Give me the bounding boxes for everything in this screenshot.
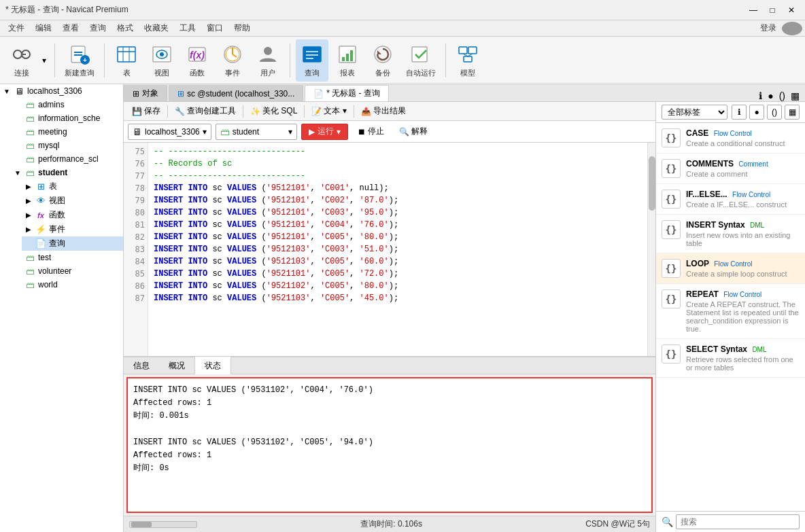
world-icon: 🗃 xyxy=(24,279,35,290)
tree-item-mysql[interactable]: 🗃 mysql xyxy=(11,139,123,152)
tree-item-world[interactable]: 🗃 world xyxy=(11,278,123,291)
tree-item-admins[interactable]: 🗃 admins xyxy=(11,98,123,111)
menu-window[interactable]: 窗口 xyxy=(201,20,228,37)
tree-item-meeting[interactable]: 🗃 meeting xyxy=(11,125,123,139)
menu-format[interactable]: 格式 xyxy=(112,20,139,37)
report-button[interactable]: 报表 xyxy=(331,39,364,82)
table-button[interactable]: 表 xyxy=(110,39,143,82)
run-dropdown-icon: ▾ xyxy=(337,127,341,137)
database-selector[interactable]: 🗃 student ▾ xyxy=(216,124,297,140)
backup-button[interactable]: 备份 xyxy=(366,39,399,82)
query-toolbar: 💾 保存 🔧 查询创建工具 ✨ 美化 SQL 📝 xyxy=(124,102,655,121)
snippet-item-select[interactable]: {} SELECT Syntax DML Retrieve rows selec… xyxy=(656,339,805,378)
tree-item-funcs[interactable]: ▶ fx 函数 xyxy=(22,208,123,222)
tab-untitled-query[interactable]: 📄 * 无标题 - 查询 xyxy=(305,85,389,101)
menu-help[interactable]: 帮助 xyxy=(228,20,256,37)
tab-sc-query[interactable]: ⊞ sc @student (localhost_330... xyxy=(169,85,303,101)
login-button[interactable]: 登录 xyxy=(760,22,776,34)
code-editor[interactable]: 75 76 77 78 79 80 81 82 83 84 85 86 87 xyxy=(124,143,655,357)
close-button[interactable]: ✕ xyxy=(783,4,800,16)
tree-item-events[interactable]: ▶ ⚡ 事件 xyxy=(22,222,123,236)
qtb-sep-1 xyxy=(167,105,168,118)
snippet-item-insert[interactable]: {} INSERT Syntax DML Insert new rows int… xyxy=(656,215,805,253)
snippet-brackets-button[interactable]: () xyxy=(767,105,782,120)
query-button[interactable]: 查询 xyxy=(296,39,328,82)
snippet-repeat-title: REPEAT Flow Control xyxy=(686,289,800,299)
autorun-button[interactable]: 自动运行 xyxy=(402,39,440,82)
tab-overview[interactable]: 概况 xyxy=(159,357,194,374)
grid-icon[interactable]: ▦ xyxy=(791,90,800,101)
event-label: 事件 xyxy=(225,68,240,78)
snippet-item-case[interactable]: {} CASE Flow Control Create a conditiona… xyxy=(656,123,805,154)
snippet-item-comments[interactable]: {} COMMENTS Comment Create a comment xyxy=(656,154,805,184)
user-button[interactable]: 用户 xyxy=(252,39,284,82)
svg-rect-29 xyxy=(350,50,353,61)
tree-item-views[interactable]: ▶ 👁 视图 xyxy=(22,194,123,208)
query-builder-label: 查询创建工具 xyxy=(187,105,236,117)
snippet-comments-icon: {} xyxy=(662,159,681,178)
tree-item-performance[interactable]: 🗃 performance_scl xyxy=(11,152,123,166)
tab-bar: ⊞ 对象 ⊞ sc @student (localhost_330... 📄 *… xyxy=(124,84,805,102)
stop-button[interactable]: ⏹ 停止 xyxy=(352,124,390,140)
tree-item-information[interactable]: 🗃 information_sche xyxy=(11,111,123,125)
model-button[interactable]: 模型 xyxy=(451,39,484,82)
menu-tools[interactable]: 工具 xyxy=(174,20,201,37)
menu-favorites[interactable]: 收藏夹 xyxy=(139,20,174,37)
tree-item-student[interactable]: ▼ 🗃 student xyxy=(11,166,123,179)
beautify-button[interactable]: ✨ 美化 SQL xyxy=(246,104,301,118)
run-button[interactable]: ▶ 运行 ▾ xyxy=(301,124,348,140)
menu-view[interactable]: 查看 xyxy=(57,20,84,37)
info-icon[interactable]: ℹ xyxy=(759,90,762,101)
tree-item-volunteer[interactable]: 🗃 volunteer xyxy=(11,264,123,278)
snippet-info-button[interactable]: ℹ xyxy=(732,105,747,120)
world-label: world xyxy=(38,280,58,289)
tab-object[interactable]: ⊞ 对象 xyxy=(124,85,167,101)
code-content[interactable]: -- ---------------------------- -- Recor… xyxy=(148,143,647,356)
connect-dropdown[interactable]: ▾ xyxy=(39,39,49,82)
new-query-label: 新建查询 xyxy=(65,68,95,78)
export-button[interactable]: 📤 导出结果 xyxy=(357,104,410,118)
tab-untitled-label: * 无标题 - 查询 xyxy=(326,88,380,99)
snippet-search-input[interactable] xyxy=(676,514,800,529)
text-label: 文本 ▾ xyxy=(324,105,346,117)
query-builder-button[interactable]: 🔧 查询创建工具 xyxy=(171,104,240,118)
snippet-filter[interactable]: 全部标签 xyxy=(662,105,727,120)
information-label: information_sche xyxy=(38,113,100,123)
snippet-circle-button[interactable]: ● xyxy=(749,105,764,120)
tree-item-tables[interactable]: ▶ ⊞ 表 xyxy=(22,179,123,194)
snippet-grid-button[interactable]: ▦ xyxy=(785,105,800,120)
explain-button[interactable]: 🔍 解释 xyxy=(394,124,433,140)
view-button[interactable]: 视图 xyxy=(145,39,178,82)
brackets-icon[interactable]: () xyxy=(779,90,785,101)
menu-bar: 文件 编辑 查看 查询 格式 收藏夹 工具 窗口 帮助 登录 xyxy=(0,20,805,37)
text-button[interactable]: 📝 文本 ▾ xyxy=(307,104,350,118)
tab-status[interactable]: 状态 xyxy=(194,357,231,374)
minimize-button[interactable]: — xyxy=(745,4,761,16)
explain-label: 解释 xyxy=(411,126,428,137)
tab-info[interactable]: 信息 xyxy=(124,357,159,374)
svg-rect-28 xyxy=(346,54,349,61)
snippet-item-ifelse[interactable]: {} IF...ELSE... Flow Control Create a IF… xyxy=(656,184,805,215)
maximize-button[interactable]: □ xyxy=(764,4,781,16)
tree-item-queries[interactable]: 📄 查询 xyxy=(22,236,123,251)
title-bar: * 无标题 - 查询 - Navicat Premium — □ ✕ xyxy=(0,0,805,20)
circle-icon[interactable]: ● xyxy=(768,90,773,101)
connect-button[interactable]: 连接 xyxy=(5,39,38,82)
snippet-item-repeat[interactable]: {} REPEAT Flow Control Create A REPEAT c… xyxy=(656,284,805,339)
connection-selector[interactable]: 🖥 localhost_3306 ▾ xyxy=(128,124,211,140)
save-button[interactable]: 💾 保存 xyxy=(128,104,165,118)
tree-item-localhost[interactable]: ▼ 🖥 localhost_3306 xyxy=(0,84,123,98)
snippet-case-icon: {} xyxy=(662,128,681,147)
func-button[interactable]: f(x) 函数 xyxy=(181,39,213,82)
snippet-item-loop[interactable]: {} LOOP Flow Control Create a simple loo… xyxy=(656,253,805,284)
editor-scrollbar-v[interactable] xyxy=(647,143,655,356)
new-query-button[interactable]: + 新建查询 xyxy=(61,39,99,82)
result-sql-1: INSERT INTO sc VALUES ('9531102', 'C004'… xyxy=(133,384,646,397)
menu-query[interactable]: 查询 xyxy=(84,20,112,37)
tree-item-test[interactable]: 🗃 test xyxy=(11,251,123,264)
snippet-comments-content: COMMENTS Comment Create a comment xyxy=(686,159,800,178)
menu-edit[interactable]: 编辑 xyxy=(30,20,57,37)
event-button[interactable]: 事件 xyxy=(216,39,249,82)
horizontal-scrollbar[interactable] xyxy=(129,521,197,528)
menu-file[interactable]: 文件 xyxy=(3,20,30,37)
